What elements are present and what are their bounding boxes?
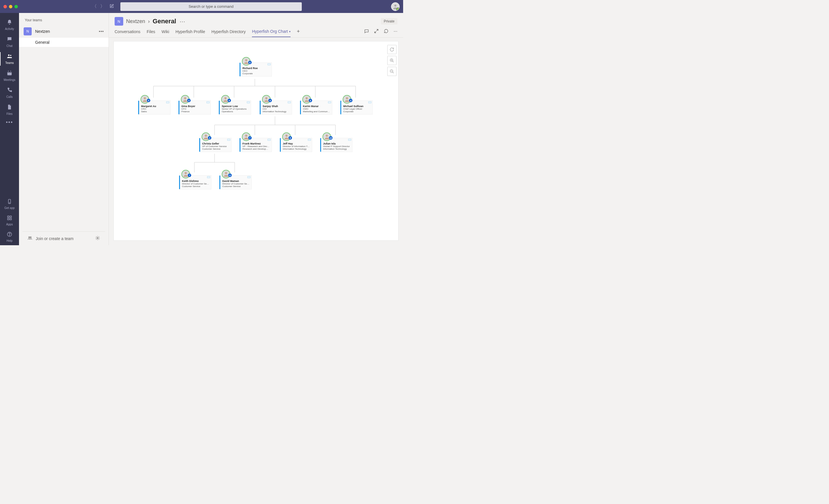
person-title: VP - Reaseach and Develop... <box>243 145 270 148</box>
person-name: Karim Manar <box>303 105 330 108</box>
phone-icon <box>7 87 12 94</box>
window-zoom[interactable] <box>14 5 18 8</box>
tab-wiki[interactable]: Wiki <box>161 29 169 37</box>
conversation-toggle-icon[interactable] <box>364 29 369 35</box>
content: N Nextzen › General ··· Private Conversa… <box>109 13 403 245</box>
rail-meetings[interactable]: Meetings <box>0 67 19 84</box>
person-title: Chief Legal Officer <box>343 108 370 110</box>
card-badge-icon <box>328 101 331 103</box>
user-avatar[interactable] <box>391 2 400 11</box>
svg-point-28 <box>245 135 247 137</box>
rail-calls[interactable]: Calls <box>0 84 19 101</box>
sidebar-header: Your teams <box>19 13 109 25</box>
person-title: Senior VP of Operations <box>222 108 249 110</box>
join-team-label[interactable]: Join or create a team <box>36 236 74 241</box>
org-card[interactable]: 4Sanjay ShahCIOInformation Technology <box>260 101 292 115</box>
tab-files[interactable]: Files <box>147 29 155 37</box>
team-row[interactable]: N Nextzen ••• <box>19 25 109 38</box>
reports-badge: 4 <box>349 99 353 102</box>
person-name: Margaret Au <box>141 105 169 108</box>
team-tile: N <box>24 27 32 35</box>
settings-gear-icon[interactable] <box>95 236 100 241</box>
svg-rect-5 <box>8 71 9 72</box>
svg-point-17 <box>97 237 98 239</box>
reports-badge: 8 <box>289 136 292 140</box>
person-department: Sales <box>141 110 169 113</box>
org-card[interactable]: 10Julian IslaGlobal IT Support DirectorI… <box>320 138 353 152</box>
org-chart-canvas[interactable]: 6Richard RoeCEOCorporate 5Margaret AuCRO… <box>113 41 399 241</box>
org-card[interactable]: 7Frank MartinezVP - Reaseach and Develop… <box>240 138 272 152</box>
tab-hyperfish-profile[interactable]: Hyperfish Profile <box>176 29 205 37</box>
window-close[interactable] <box>3 5 7 8</box>
reports-badge: 4 <box>227 99 231 102</box>
org-card[interactable]: 2Christa GellerVP of Customer ServiceCus… <box>199 138 231 152</box>
org-card[interactable]: 5Margaret AuCROSales <box>138 101 171 115</box>
reports-badge: 7 <box>248 136 252 140</box>
svg-point-14 <box>9 235 10 236</box>
tab-hyperfish-orgchart[interactable]: Hyperfish Org Chart ▾ <box>252 29 290 37</box>
tab-more-icon[interactable]: ··· <box>394 29 397 35</box>
rail-teams[interactable]: Teams <box>0 50 19 67</box>
person-title: CIO <box>263 108 290 110</box>
breadcrumb-team[interactable]: Nextzen <box>126 18 145 25</box>
org-card[interactable]: 3Gina BoyerCFOFinance <box>179 101 211 115</box>
card-badge-icon <box>247 101 250 103</box>
svg-rect-6 <box>10 71 11 72</box>
person-department: Customer Service <box>202 148 229 150</box>
tab-conversations[interactable]: Conversations <box>115 29 141 37</box>
join-team-icon[interactable] <box>28 236 32 241</box>
nav-back-icon[interactable]: 〈 <box>92 3 97 9</box>
sidebar: Your teams N Nextzen ••• General Join or… <box>19 13 109 245</box>
team-more-icon[interactable]: ••• <box>99 29 104 34</box>
tab-hyperfish-directory[interactable]: Hyperfish Directory <box>211 29 246 37</box>
person-department: Corporate <box>343 110 370 113</box>
rail-more-icon[interactable]: ••• <box>6 119 13 125</box>
person-department: Information Technology <box>323 148 351 150</box>
expand-icon[interactable] <box>374 29 379 35</box>
window-minimize[interactable] <box>9 5 12 8</box>
rail-apps[interactable]: Apps <box>0 212 19 229</box>
mobile-icon <box>7 199 12 205</box>
org-card[interactable]: 4Spencer LowSenior VP of OperationsOpera… <box>219 101 251 115</box>
person-title: CRO <box>141 108 169 110</box>
team-name: Nextzen <box>35 29 95 34</box>
rail-chat[interactable]: Chat <box>0 33 19 50</box>
svg-point-20 <box>245 59 247 61</box>
person-title: CFO <box>181 108 209 110</box>
zoom-in-button[interactable] <box>387 56 397 65</box>
compose-icon[interactable] <box>109 4 114 9</box>
search-input[interactable]: Search or type a command <box>120 2 302 11</box>
card-badge-icon <box>348 139 351 141</box>
add-tab-button[interactable]: + <box>297 29 300 37</box>
reports-badge: 2 <box>208 136 211 140</box>
svg-point-1 <box>8 54 9 56</box>
refresh-icon[interactable] <box>384 29 389 35</box>
org-card[interactable]: 11David MamanDirector of Customer Servic… <box>219 175 252 189</box>
nav-forward-icon[interactable]: 〉 <box>100 3 105 9</box>
person-department: Research and Development <box>243 148 270 150</box>
svg-point-27 <box>205 135 207 137</box>
rail-help[interactable]: Help <box>0 229 19 245</box>
person-department: Finance <box>181 110 209 113</box>
reports-badge: 3 <box>187 99 191 102</box>
chevron-down-icon: ▾ <box>289 30 291 33</box>
person-name: Frank Martinez <box>243 142 270 145</box>
org-card[interactable]: 7Keith DishmoDirector of Customer Servic… <box>179 175 211 189</box>
channel-more-icon[interactable]: ··· <box>180 18 185 25</box>
org-card[interactable]: 6Richard RoeCEOCorporate <box>240 63 272 77</box>
channel-general[interactable]: General <box>19 38 109 47</box>
svg-rect-10 <box>10 216 11 217</box>
rail-getapp[interactable]: Get app <box>0 196 19 212</box>
rail-activity[interactable]: Activity <box>0 16 19 33</box>
canvas-refresh-button[interactable] <box>387 45 397 54</box>
org-card[interactable]: 8Jeff HayDirector of Information Tech...… <box>280 138 312 152</box>
card-badge-icon <box>368 101 371 103</box>
rail-files[interactable]: Files <box>0 101 19 118</box>
apps-icon <box>7 215 12 222</box>
card-badge-icon <box>267 139 271 141</box>
card-badge-icon <box>247 176 251 178</box>
zoom-out-button[interactable] <box>387 67 397 76</box>
org-card[interactable]: 3Karim ManarCMOMarketing and Communicati… <box>300 101 332 115</box>
org-card[interactable]: 4Michael SullivanChief Legal OfficerCorp… <box>340 101 372 115</box>
card-badge-icon <box>166 101 169 103</box>
